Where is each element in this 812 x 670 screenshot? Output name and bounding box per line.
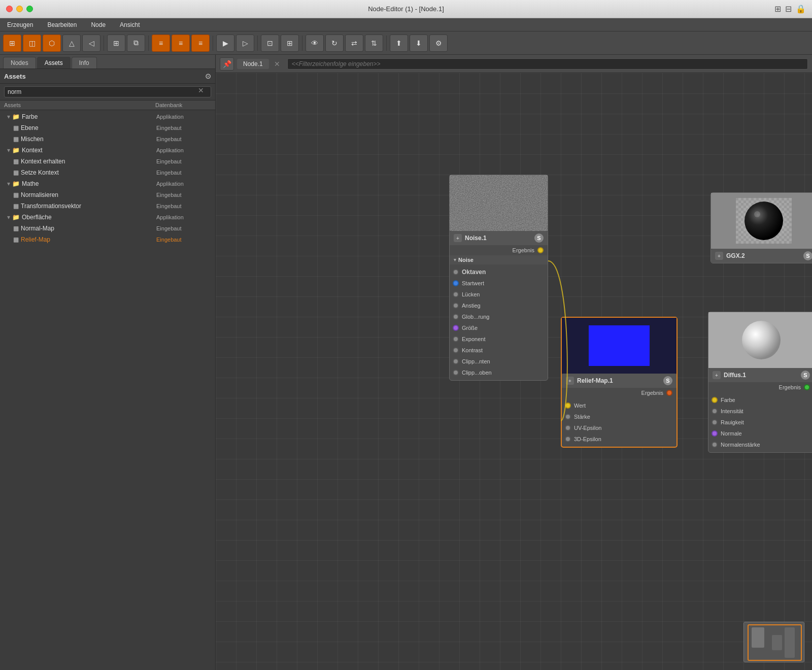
search-input[interactable] — [4, 86, 211, 97]
window-title: Node-Editor (1) - [Node.1] — [368, 5, 444, 13]
menu-bearbeiten[interactable]: Bearbeiten — [44, 20, 80, 29]
minimap[interactable] — [743, 622, 804, 662]
folder-mathe[interactable]: ▾ 📁 Mathe Applikation — [0, 178, 215, 189]
tb-line[interactable]: ≡ — [152, 35, 170, 52]
noise-section[interactable]: ▾ Noise — [450, 255, 548, 264]
tab-info[interactable]: Info — [72, 57, 97, 69]
panel-icon[interactable]: ⊞ — [774, 4, 781, 14]
tb-line3[interactable]: ≡ — [191, 35, 210, 52]
item-setze-kontext[interactable]: ▦ Setze Kontext Eingebaut — [0, 167, 215, 178]
input-3d-epsilon: 3D-Epsilon — [562, 433, 676, 445]
port-clippnten[interactable] — [453, 358, 459, 364]
port-normalenstarke[interactable] — [712, 442, 718, 448]
item-mischen[interactable]: ▦ Mischen Eingebaut — [0, 133, 215, 145]
param-lucken: Lücken — [450, 289, 548, 300]
tb-add-node[interactable]: ⊞ — [3, 35, 21, 52]
tb-misc[interactable]: ⚙ — [429, 35, 448, 52]
close-tab-icon[interactable]: ✕ — [274, 60, 280, 68]
menu-erzeugen[interactable]: Erzeugen — [4, 20, 36, 29]
svg-rect-13 — [752, 627, 764, 648]
item-normalisieren[interactable]: ▦ Normalisieren Eingebaut — [0, 189, 215, 200]
noise-output-port[interactable] — [537, 247, 544, 253]
traffic-lights — [6, 6, 33, 12]
relief-node: + Relief-Map.1 S Ergebnis Wert — [561, 317, 678, 448]
tb-node-view[interactable]: ◫ — [23, 35, 41, 52]
close-button[interactable] — [6, 6, 13, 12]
tb-camera[interactable]: ⊡ — [261, 35, 279, 52]
tb-play[interactable]: ▶ — [216, 35, 234, 52]
diffus-title: Diffus.1 — [724, 372, 798, 379]
separator1 — [104, 36, 104, 51]
tb-play2[interactable]: ▷ — [236, 35, 254, 52]
item-normal-map[interactable]: ▦ Normal-Map Eingebaut — [0, 223, 215, 234]
port-intensitat[interactable] — [712, 408, 718, 414]
item-ebene[interactable]: ▦ Ebene Eingebaut — [0, 122, 215, 133]
tb-arrows2[interactable]: ⇅ — [365, 35, 383, 52]
port-startwert[interactable] — [453, 280, 459, 286]
tb-line2[interactable]: ≡ — [172, 35, 190, 52]
tb-export[interactable]: ⬆ — [390, 35, 408, 52]
folder-farbe[interactable]: ▾ 📁 Farbe Applikation — [0, 111, 215, 122]
tb-node-alt[interactable]: ⬡ — [43, 35, 61, 52]
assets-options-icon[interactable]: ⊙ — [205, 72, 211, 80]
tab-assets[interactable]: Assets — [37, 57, 71, 69]
calc-icon-normal-map: ▦ — [13, 225, 19, 232]
tb-back[interactable]: ◁ — [82, 35, 100, 52]
port-globrung[interactable] — [453, 314, 459, 320]
param-clipp-nten: Clipp...nten — [450, 356, 548, 367]
node-tab[interactable]: Node.1 — [237, 59, 269, 69]
tab-nodes[interactable]: Nodes — [3, 57, 36, 69]
separator4 — [257, 36, 258, 51]
menu-node[interactable]: Node — [88, 20, 109, 29]
noise-header: + Noise.1 S — [450, 231, 548, 245]
tb-camera2[interactable]: ⊞ — [281, 35, 299, 52]
item-relief-map[interactable]: ▦ Relief-Map Eingebaut — [0, 234, 215, 245]
tb-grid[interactable]: ⊞ — [107, 35, 125, 52]
input-uv-epsilon: UV-Epsilon — [562, 422, 676, 433]
item-transformationsvektor[interactable]: ▦ Transformationsvektor Eingebaut — [0, 200, 215, 212]
ggx-node-icon: + — [715, 252, 723, 260]
port-farbe[interactable] — [712, 397, 718, 403]
tb-eye[interactable]: 👁 — [306, 35, 324, 52]
port-lucken[interactable] — [453, 291, 459, 297]
port-uv-epsilon[interactable] — [565, 425, 571, 431]
port-rauigkeit[interactable] — [712, 419, 718, 425]
lock-icon[interactable]: 🔒 — [796, 4, 806, 14]
port-wert[interactable] — [565, 403, 571, 409]
arrow-down-icon: ▾ — [7, 113, 10, 120]
search-clear-button[interactable]: ✕ — [198, 86, 204, 94]
port-starke[interactable] — [565, 414, 571, 420]
port-oktaven[interactable] — [453, 269, 459, 275]
relief-output-port[interactable] — [666, 390, 672, 396]
port-anstieg[interactable] — [453, 303, 459, 309]
item-kontext-erhalten[interactable]: ▦ Kontext erhalten Eingebaut — [0, 156, 215, 167]
tb-triangle[interactable]: △ — [62, 35, 81, 52]
diffus-output-port[interactable] — [804, 384, 810, 390]
arrow-down-icon2: ▾ — [7, 147, 10, 154]
menubar: Erzeugen Bearbeiten Node Ansicht — [0, 18, 812, 31]
minimize-button[interactable] — [16, 6, 23, 12]
titlebar-right-icons: ⊞ ⊟ 🔒 — [774, 4, 806, 14]
maximize-button[interactable] — [26, 6, 33, 12]
tb-rotate[interactable]: ↻ — [325, 35, 344, 52]
port-kontrast[interactable] — [453, 347, 459, 353]
relief-preview — [562, 318, 676, 374]
port-normale[interactable] — [712, 430, 718, 437]
assets-panel: Assets ⊙ ✕ Assets Datenbank — [0, 69, 215, 670]
menu-ansicht[interactable]: Ansicht — [117, 20, 143, 29]
panel2-icon[interactable]: ⊟ — [785, 4, 792, 14]
port-3d-epsilon[interactable] — [565, 436, 571, 442]
relief-blue-rect — [589, 325, 650, 366]
tb-arrows[interactable]: ⇄ — [345, 35, 363, 52]
tb-layers[interactable]: ⧉ — [127, 35, 145, 52]
folder-kontext[interactable]: ▾ 📁 Kontext Applikation — [0, 145, 215, 156]
node-canvas[interactable]: + Noise.1 S Ergebnis ▾ Noise — [216, 73, 812, 670]
canvas-tb-pin[interactable]: 📌 — [220, 57, 234, 71]
filter-input[interactable] — [287, 58, 808, 70]
port-exponent[interactable] — [453, 336, 459, 342]
canvas-toolbar: 📌 Node.1 ✕ — [216, 55, 812, 73]
folder-oberflache[interactable]: ▾ 📁 Oberfläche Applikation — [0, 212, 215, 223]
port-grosse[interactable] — [453, 325, 459, 331]
port-clippoben[interactable] — [453, 370, 459, 376]
tb-import[interactable]: ⬇ — [410, 35, 428, 52]
